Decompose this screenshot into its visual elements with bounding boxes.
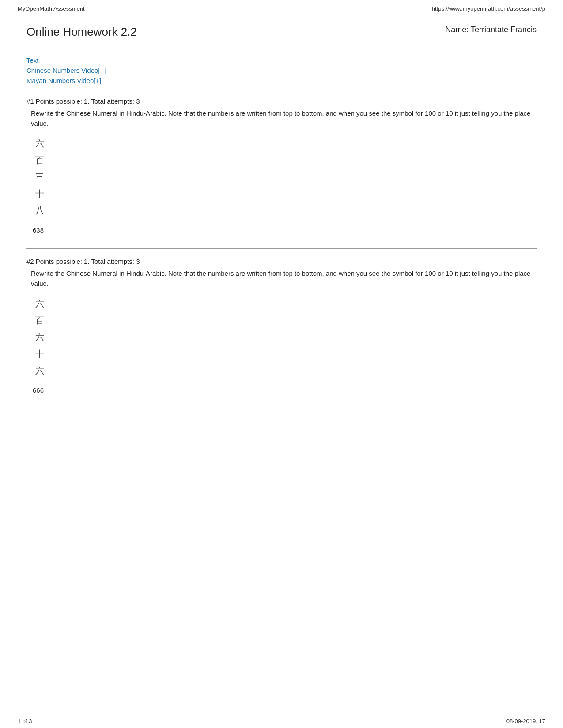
footer-date: 08-09-2019, 17 — [506, 718, 545, 724]
q2-char-2: 百 — [35, 312, 537, 328]
question-1-text: Rewrite the Chinese Numeral in Hindu-Ara… — [26, 109, 537, 128]
q2-char-1: 六 — [35, 296, 537, 311]
page-footer: 1 of 3 08-09-2019, 17 — [0, 714, 563, 728]
chinese-video-link[interactable]: Chinese Numbers Video[+] — [26, 67, 537, 74]
page-header: MyOpenMath Assessment https://www.myopen… — [0, 0, 563, 12]
header-right: https://www.myopenmath.com/assessment/p — [432, 5, 545, 12]
q1-char-2: 百 — [35, 152, 537, 168]
text-link[interactable]: Text — [26, 56, 537, 64]
question-2-block: #2 Points possible: 1. Total attempts: 3… — [26, 258, 537, 395]
doc-name: Name: Terriantate Francis — [445, 25, 537, 34]
q2-char-5: 六 — [35, 363, 537, 379]
footer-page: 1 of 3 — [18, 718, 32, 724]
question-1-block: #1 Points possible: 1. Total attempts: 3… — [26, 98, 537, 235]
question-2-numerals: 六 百 六 十 六 — [26, 296, 537, 379]
mayan-video-link[interactable]: Mayan Numbers Video[+] — [26, 77, 537, 84]
doc-title: Online Homework 2.2 — [26, 25, 137, 39]
question-2-text: Rewrite the Chinese Numeral in Hindu-Ara… — [26, 269, 537, 289]
question-2-answer-container — [26, 386, 537, 395]
question-1-meta: #1 Points possible: 1. Total attempts: 3 — [26, 98, 537, 105]
question-1-answer-container — [26, 225, 537, 235]
links-section: Text Chinese Numbers Video[+] Mayan Numb… — [26, 56, 537, 84]
question-2-divider — [26, 409, 537, 409]
question-1-answer-input[interactable] — [31, 225, 66, 235]
q1-char-1: 六 — [35, 135, 537, 151]
question-1-numerals: 六 百 三 十 八 — [26, 135, 537, 218]
q2-char-4: 十 — [35, 346, 537, 362]
q2-char-3: 六 — [35, 329, 537, 345]
q1-char-5: 八 — [35, 203, 537, 218]
doc-header: Online Homework 2.2 Name: Terriantate Fr… — [26, 25, 537, 39]
question-2-meta: #2 Points possible: 1. Total attempts: 3 — [26, 258, 537, 265]
q1-char-3: 三 — [35, 169, 537, 185]
main-content: Online Homework 2.2 Name: Terriantate Fr… — [0, 12, 563, 444]
header-left: MyOpenMath Assessment — [18, 5, 85, 12]
question-1-divider — [26, 248, 537, 249]
q1-char-4: 十 — [35, 186, 537, 202]
question-2-answer-input[interactable] — [31, 386, 66, 395]
